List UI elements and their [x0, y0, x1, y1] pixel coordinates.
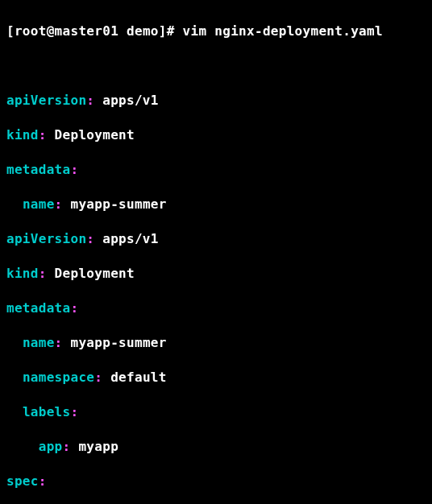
yaml-key-metadata: metadata — [6, 162, 70, 177]
yaml-colon: : — [70, 300, 78, 316]
yaml-key-namespace: namespace — [23, 370, 94, 385]
yaml-value: Deployment — [55, 266, 135, 281]
yaml-line: name: myapp-summer — [6, 334, 426, 352]
yaml-key-name: name — [23, 335, 55, 350]
yaml-value: myapp-summer — [70, 196, 166, 212]
yaml-colon: : — [39, 266, 47, 281]
yaml-key-apiversion: apiVersion — [6, 93, 86, 108]
yaml-colon: : — [86, 231, 94, 246]
at-symbol: @ — [47, 23, 55, 39]
yaml-line: kind: Deployment — [6, 265, 426, 283]
yaml-value: apps/v1 — [102, 93, 159, 108]
prompt-host: master01 — [55, 23, 118, 39]
shell-command: vim nginx-deployment.yaml — [183, 23, 383, 39]
yaml-key-kind: kind — [6, 127, 39, 143]
yaml-colon: : — [86, 93, 94, 108]
yaml-key-spec: spec — [6, 473, 39, 489]
blank-line — [6, 57, 426, 75]
yaml-key-apiversion: apiVersion — [6, 231, 86, 246]
yaml-key-metadata: metadata — [6, 300, 70, 316]
yaml-value: default — [110, 370, 167, 385]
yaml-key-labels: labels — [23, 404, 71, 419]
yaml-line: metadata: — [6, 300, 426, 317]
yaml-colon: : — [70, 404, 78, 419]
bracket-close: ] — [159, 23, 167, 39]
yaml-line: apiVersion: apps/v1 — [6, 230, 426, 248]
yaml-line: labels: — [6, 403, 426, 421]
yaml-line: apiVersion: apps/v1 — [6, 92, 426, 109]
yaml-colon: : — [55, 196, 63, 212]
bracket-open: [ — [6, 23, 15, 39]
yaml-colon: : — [39, 127, 47, 143]
yaml-key-app: app — [39, 439, 63, 454]
yaml-key-name: name — [23, 196, 55, 212]
shell-prompt-line: [root@master01 demo]# vim nginx-deployme… — [6, 23, 426, 40]
yaml-line: namespace: default — [6, 369, 426, 386]
yaml-colon: : — [39, 473, 47, 489]
yaml-value: myapp — [78, 439, 118, 454]
prompt-user: root — [15, 23, 47, 39]
yaml-line: name: myapp-summer — [6, 196, 426, 213]
yaml-line: app: myapp — [6, 438, 426, 456]
prompt-symbol: # — [167, 23, 175, 39]
yaml-value: Deployment — [55, 127, 135, 143]
yaml-value: myapp-summer — [70, 335, 166, 350]
yaml-colon: : — [70, 162, 78, 177]
yaml-colon: : — [55, 335, 63, 350]
yaml-line: spec: — [6, 473, 426, 490]
yaml-value: apps/v1 — [102, 231, 159, 246]
yaml-colon: : — [63, 439, 71, 454]
prompt-cwd: demo — [127, 23, 159, 39]
yaml-line: kind: Deployment — [6, 126, 426, 144]
yaml-key-kind: kind — [6, 266, 39, 281]
terminal-output[interactable]: [root@master01 demo]# vim nginx-deployme… — [0, 0, 432, 504]
yaml-colon: : — [94, 370, 102, 385]
yaml-line: metadata: — [6, 161, 426, 179]
